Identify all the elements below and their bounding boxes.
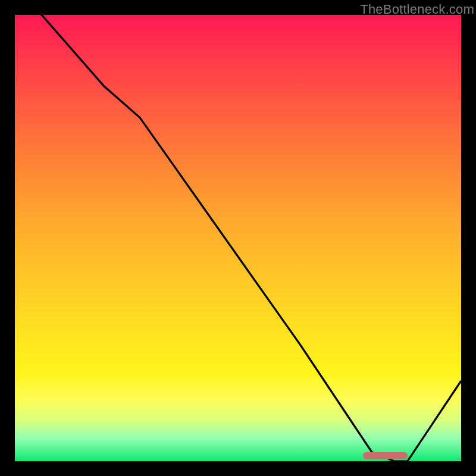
chart-container: TheBottleneck.com [0,0,476,476]
optimal-range-marker [363,452,408,459]
bottleneck-curve [15,15,461,461]
plot-area [15,15,461,461]
attribution-text: TheBottleneck.com [360,2,474,17]
curve-path [15,15,461,461]
